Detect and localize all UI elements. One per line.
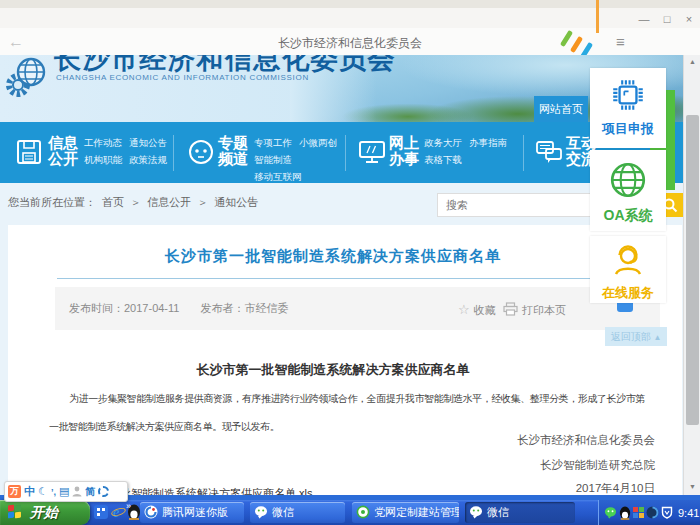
info-disclosure-icon — [14, 137, 44, 167]
page-window-title: 长沙市经济和信息化委员会 — [0, 35, 700, 52]
nav-link[interactable]: 小微两创 — [299, 134, 337, 151]
tray-shield-icon[interactable] — [661, 506, 673, 519]
menu-icon[interactable]: ≡ — [616, 33, 625, 50]
ime-punctuation-icon[interactable]: ’, — [51, 487, 56, 497]
article-page-title: 长沙市第一批智能制造系统解决方案供应商名单 — [8, 247, 658, 266]
nav-link[interactable]: 智能制造 — [254, 151, 292, 168]
taskbar-button-wechat-2[interactable]: 微信 — [465, 502, 575, 523]
windows-logo-icon — [8, 505, 23, 519]
ime-chinese-mode-icon[interactable]: 中 — [24, 484, 35, 499]
article-meta-bar: 发布时间：2017-04-11 发布者：市经信委 ☆收藏 打印本页 — [55, 287, 660, 330]
interaction-icon — [534, 137, 564, 167]
nav-link[interactable]: 工作动态 — [84, 134, 122, 151]
nav-link[interactable]: 表格下载 — [424, 151, 462, 168]
site-title-english: CHANGSHA ECONOMIC AND INFORMATION COMMIS… — [56, 73, 309, 82]
oa-system-card[interactable]: OA系统 — [590, 150, 666, 231]
signature-committee: 长沙市经济和信息化委员会 — [49, 433, 655, 448]
up-arrow-icon: ▲ — [653, 333, 661, 342]
favorite-label: 收藏 — [474, 304, 496, 316]
start-button[interactable]: 开始 — [0, 500, 90, 525]
system-tray: 9:41 — [598, 500, 700, 525]
nav-link[interactable]: 通知公告 — [129, 134, 167, 151]
print-label: 打印本页 — [522, 304, 566, 316]
site-builder-icon — [356, 505, 370, 519]
wechat-icon — [469, 505, 483, 519]
nav-link[interactable]: 机构职能 — [84, 151, 122, 168]
plugin-indicator-line — [596, 0, 599, 33]
tray-qq-icon[interactable] — [619, 506, 631, 520]
home-button[interactable]: 网站首页 — [534, 96, 588, 122]
project-declare-label: 项目申报 — [590, 120, 666, 138]
back-to-top-label: 返回顶部 — [611, 331, 651, 342]
ime-moon-icon[interactable]: ☾ — [38, 485, 48, 498]
nav-link[interactable]: 办事指南 — [469, 134, 507, 151]
ime-user-icon[interactable] — [72, 486, 82, 497]
site-banner: 长沙市经济和信息化委员会 CHANGSHA ECONOMIC AND INFOR… — [0, 55, 683, 122]
ime-settings-gear-icon[interactable] — [98, 486, 109, 497]
tray-wechat-icon[interactable] — [604, 506, 617, 519]
nav-channel-line2: 频道 — [218, 150, 248, 167]
breadcrumb-info[interactable]: 信息公开 — [147, 196, 191, 208]
nav-info-line2: 公开 — [48, 150, 78, 167]
minimize-button[interactable]: — — [635, 12, 653, 26]
nav-info-line1: 信息 — [48, 134, 78, 151]
svg-text:e: e — [113, 505, 119, 520]
nav-channel-line1: 专题 — [218, 134, 248, 151]
scroll-down-icon[interactable]: ▼ — [684, 483, 700, 490]
article-body-title: 长沙市第一批智能制造系统解决方案供应商名单 — [8, 361, 658, 379]
nav-info-title[interactable]: 信息 公开 — [48, 135, 78, 167]
special-channel-icon — [186, 137, 216, 167]
scrollbar[interactable]: ▲ ▼ — [683, 55, 700, 495]
favorite-button[interactable]: ☆收藏 — [458, 300, 496, 318]
nav-link[interactable]: 专项工作 — [254, 134, 292, 151]
back-to-top-button[interactable]: 返回顶部 ▲ — [605, 327, 667, 346]
signature-institute: 长沙智能制造研究总院 — [49, 458, 655, 473]
scrollbar-thumb[interactable] — [686, 115, 699, 425]
browser-viewport: 长沙市经济和信息化委员会 CHANGSHA ECONOMIC AND INFOR… — [0, 55, 700, 495]
close-button[interactable]: × — [680, 12, 698, 26]
ime-keyboard-icon[interactable]: ▤ — [59, 485, 69, 498]
quicklaunch-messenger-icon[interactable] — [94, 505, 108, 519]
nav-affairs-title[interactable]: 网上 办事 — [389, 135, 419, 167]
nav-link[interactable]: 政策法规 — [129, 151, 167, 168]
breadcrumb: 您当前所在位置： 首页 ＞ 信息公开 ＞ 通知公告 — [8, 195, 261, 210]
title-divider — [57, 278, 660, 279]
publish-time-label: 发布时间： — [69, 302, 124, 314]
nav-link[interactable]: 政务大厅 — [424, 134, 462, 151]
article-panel: 长沙市第一批智能制造系统解决方案供应商名单 发布时间：2017-04-11 发布… — [8, 225, 682, 495]
ime-wan-icon[interactable]: 万 — [8, 485, 21, 498]
print-button[interactable]: 打印本页 — [503, 300, 566, 318]
restore-button[interactable]: □ — [658, 12, 676, 26]
taskbar-button-wechat-1[interactable]: 微信 — [250, 502, 345, 523]
nav-divider — [523, 135, 524, 171]
headset-person-icon — [610, 242, 646, 278]
nav-channel-title[interactable]: 专题 频道 — [218, 135, 248, 167]
browser-toolbar: ← 长沙市经济和信息化委员会 ≡ — [0, 28, 700, 56]
chip-icon — [609, 76, 647, 114]
tray-swirl-icon[interactable] — [646, 506, 659, 519]
scroll-up-icon[interactable]: ▲ — [684, 58, 700, 65]
wechat-icon — [254, 505, 268, 519]
oa-globe-icon — [607, 159, 649, 201]
breadcrumb-prefix: 您当前所在位置： — [8, 196, 96, 208]
taskbar-button-site-builder[interactable]: 党网定制建站管理... — [352, 502, 459, 523]
tray-grid-icon[interactable] — [633, 507, 644, 518]
ime-toolbar: 万 中 ☾ ’, ▤ 简 — [4, 481, 128, 502]
breadcrumb-notice[interactable]: 通知公告 — [214, 196, 258, 208]
quicklaunch-more-icon[interactable]: » — [126, 501, 131, 511]
printer-icon — [503, 302, 518, 316]
breadcrumb-separator: ＞ — [130, 196, 141, 208]
clock: 9:41 — [678, 507, 699, 519]
nav-link[interactable]: 移动互联网 — [254, 168, 302, 185]
project-declare-card[interactable]: 项目申报 — [590, 68, 666, 148]
breadcrumb-home[interactable]: 首页 — [102, 196, 124, 208]
quicklaunch-ie-icon[interactable]: e — [111, 504, 126, 520]
main-nav: 信息 公开 工作动态通知公告机构职能政策法规 专题 频道 专项工作小微两创智能制… — [0, 122, 683, 183]
online-service-card[interactable]: 在线服务 — [590, 236, 666, 303]
article-meta: 发布时间：2017-04-11 发布者：市经信委 — [69, 301, 289, 316]
taskbar-button-tencent-mini[interactable]: 腾讯网迷你版 — [140, 502, 244, 523]
site-logo-gear-globe — [4, 55, 50, 101]
publisher: 市经信委 — [245, 302, 289, 314]
desktop: { "colors":{"nav_blue":"#1e96d5","link_b… — [0, 0, 700, 525]
ime-simplified-icon[interactable]: 简 — [85, 485, 95, 499]
